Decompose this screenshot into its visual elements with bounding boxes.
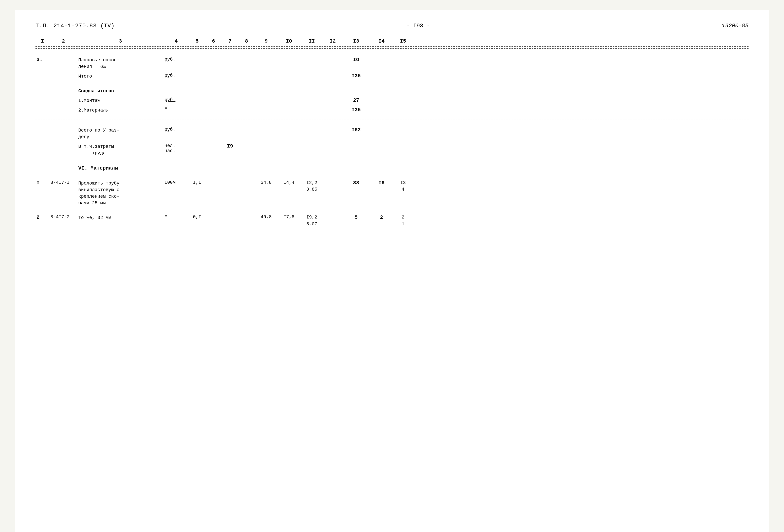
col-header-7: 7 xyxy=(222,38,238,44)
row-8417-1-col5: I,I xyxy=(189,179,205,186)
row-vsego-col11 xyxy=(300,127,323,128)
row-8417-2-col5: 0,I xyxy=(189,214,205,220)
row-itogo-col15 xyxy=(393,73,413,74)
row-itogo-col5 xyxy=(189,73,205,74)
row-8417-1: I 8-4I7-I Проложить трубувинипластовую с… xyxy=(35,178,749,208)
row-montazh-col11 xyxy=(300,97,323,98)
row-svodka-col2 xyxy=(50,87,77,88)
row-svodka-col1 xyxy=(35,87,50,88)
col-header-13: I3 xyxy=(342,38,370,44)
section6-col2 xyxy=(50,164,77,165)
row-8417-1-col7 xyxy=(222,179,238,180)
row-planovye-col9 xyxy=(255,56,278,57)
row-materialy-col10 xyxy=(278,107,300,108)
row-planovye-col6 xyxy=(205,56,222,57)
row-8417-1-col15: I3 4 xyxy=(393,179,413,193)
row-itogo-col7 xyxy=(222,73,238,74)
row-8417-2-col3: То же, 32 мм xyxy=(77,214,164,222)
row-zatrat-col3: В т.ч.затраты труда xyxy=(77,143,164,157)
row-8417-1-col11-bot: 3,85 xyxy=(306,187,317,192)
row-zatrat: В т.ч.затраты труда чел.час. I9 xyxy=(35,142,749,158)
row-8417-1-col2: 8-4I7-I xyxy=(50,179,77,186)
row-planovye-col14 xyxy=(370,56,393,57)
row-itogo-col1 xyxy=(35,73,50,74)
row-planovye-col8 xyxy=(238,56,255,57)
row-montazh-col8 xyxy=(238,97,255,98)
column-headers: I 2 3 4 5 6 7 8 9 IO II I2 I3 I4 I5 xyxy=(35,36,749,47)
header-center: - I93 - xyxy=(407,23,430,29)
row-vsego-col1 xyxy=(35,127,50,128)
row-itogo-col13: I35 xyxy=(342,73,370,79)
row-svodka-title: Сводка итогов xyxy=(35,86,749,96)
row-8417-1-col13: 38 xyxy=(342,179,370,186)
row-materialy-col7 xyxy=(222,107,238,108)
col-header-9: 9 xyxy=(255,38,278,44)
row-vsego-col9 xyxy=(255,127,278,128)
row-8417-1-col15-top: I3 xyxy=(400,180,406,186)
row-vsego-col12 xyxy=(323,127,342,128)
row-8417-1-col1: I xyxy=(35,179,50,186)
row-planovye-col11 xyxy=(300,56,323,57)
row-montazh-col14 xyxy=(370,97,393,98)
row-8417-1-col8 xyxy=(238,179,255,180)
row-montazh-col2 xyxy=(50,97,77,98)
col-header-5: 5 xyxy=(189,38,205,44)
row-materialy-col13: I35 xyxy=(342,107,370,113)
row-zatrat-col7: I9 xyxy=(222,143,238,149)
row-zatrat-col9 xyxy=(255,143,278,144)
row-8417-2-col13: 5 xyxy=(342,214,370,221)
row-vsego: Всего по У раз-делу руб. I62 xyxy=(35,125,749,142)
row-materialy-col5 xyxy=(189,107,205,108)
row-8417-2-col8 xyxy=(238,214,255,215)
row-planovye-col2 xyxy=(50,56,77,57)
row-montazh-col1 xyxy=(35,97,50,98)
row-8417-2-col11: I9,2 5,07 xyxy=(300,214,323,228)
separator-mid xyxy=(35,119,749,119)
row-montazh-col3: I.Монтаж xyxy=(77,97,164,105)
row-zatrat-col2 xyxy=(50,143,77,144)
row-itogo-col9 xyxy=(255,73,278,74)
col-header-11: II xyxy=(300,38,323,44)
row-8417-2-col2: 8-4I7-2 xyxy=(50,214,77,220)
header: Т.П. 214-1-270.83 (IV) - I93 - 19200-85 xyxy=(35,23,749,29)
row-vsego-col13: I62 xyxy=(342,127,370,133)
row-montazh-col7 xyxy=(222,97,238,98)
row-zatrat-col1 xyxy=(35,143,50,144)
row-itogo-col11 xyxy=(300,73,323,74)
row-materialy-col15 xyxy=(393,107,413,108)
row-8417-1-col9: 34,8 xyxy=(255,179,278,186)
row-montazh: I.Монтаж руб. 27 xyxy=(35,96,749,106)
header-right: 19200-85 xyxy=(722,23,749,29)
row-itogo-col8 xyxy=(238,73,255,74)
page: Т.П. 214-1-270.83 (IV) - I93 - 19200-85 … xyxy=(15,10,769,532)
row-8417-2-col14: 2 xyxy=(370,214,393,221)
row-planovye-col3: Плановые накоп-ления – 6% xyxy=(77,56,164,71)
row-materialy: 2.Материалы " I35 xyxy=(35,106,749,115)
header-bottom-dashed xyxy=(35,48,749,49)
row-8417-1-col4: I00м xyxy=(164,179,189,186)
row-8417-2-col11-top: I9,2 xyxy=(306,215,317,220)
row-section6-title: VI. Материалы xyxy=(35,163,749,173)
row-itogo-col12 xyxy=(323,73,342,74)
row-montazh-col4: руб. xyxy=(164,97,189,103)
row-zatrat-col8 xyxy=(238,143,255,144)
row-8417-2-col6 xyxy=(205,214,222,215)
row-planovye-col10 xyxy=(278,56,300,57)
row-8417-2-col4: " xyxy=(164,214,189,220)
row-8417-2-col15: 2 1 xyxy=(393,214,413,228)
row-8417-2-col11-bot: 5,07 xyxy=(306,221,317,227)
row-vsego-col6 xyxy=(205,127,222,128)
row-materialy-col9 xyxy=(255,107,278,108)
row-vsego-col4: руб. xyxy=(164,127,189,133)
row-planovye-col1: 3. xyxy=(35,56,50,63)
row-vsego-col14 xyxy=(370,127,393,128)
row-zatrat-col10 xyxy=(278,143,300,144)
header-left: Т.П. 214-1-270.83 (IV) xyxy=(35,23,115,29)
row-vsego-col2 xyxy=(50,127,77,128)
row-zatrat-col6 xyxy=(205,143,222,144)
row-8417-2: 2 8-4I7-2 То же, 32 мм " 0,I 49,8 I7,8 I… xyxy=(35,213,749,229)
row-itogo-col4: руб. xyxy=(164,73,189,79)
row-8417-2-col9: 49,8 xyxy=(255,214,278,220)
col-header-14: I4 xyxy=(370,38,393,44)
row-materialy-col1 xyxy=(35,107,50,108)
